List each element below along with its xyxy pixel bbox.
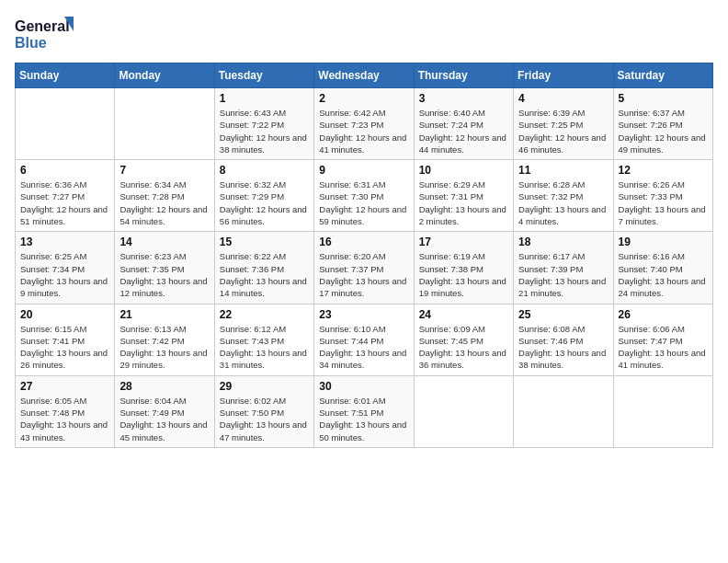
calendar-day-cell: 19Sunrise: 6:16 AM Sunset: 7:40 PM Dayli… [613, 232, 712, 304]
weekday-header: Thursday [414, 63, 513, 88]
calendar-day-cell: 20Sunrise: 6:15 AM Sunset: 7:41 PM Dayli… [16, 304, 115, 375]
day-info: Sunrise: 6:42 AM Sunset: 7:23 PM Dayligh… [319, 107, 408, 155]
day-number: 13 [20, 236, 109, 248]
calendar-day-cell: 25Sunrise: 6:08 AM Sunset: 7:46 PM Dayli… [514, 304, 613, 375]
day-number: 12 [619, 164, 708, 177]
day-number: 30 [319, 380, 408, 393]
day-number: 20 [20, 308, 109, 321]
calendar-day-cell: 12Sunrise: 6:26 AM Sunset: 7:33 PM Dayli… [613, 160, 712, 232]
day-info: Sunrise: 6:28 AM Sunset: 7:32 PM Dayligh… [518, 178, 608, 227]
day-number: 16 [319, 236, 408, 248]
calendar-week-row: 20Sunrise: 6:15 AM Sunset: 7:41 PM Dayli… [16, 304, 713, 375]
logo-icon: GeneralBlue [15, 15, 79, 52]
calendar-day-cell: 23Sunrise: 6:10 AM Sunset: 7:44 PM Dayli… [314, 304, 414, 375]
day-info: Sunrise: 6:39 AM Sunset: 7:25 PM Dayligh… [518, 107, 608, 155]
calendar-table: SundayMondayTuesdayWednesdayThursdayFrid… [15, 63, 713, 448]
day-info: Sunrise: 6:34 AM Sunset: 7:28 PM Dayligh… [119, 178, 209, 227]
day-info: Sunrise: 6:17 AM Sunset: 7:39 PM Dayligh… [518, 250, 608, 299]
day-info: Sunrise: 6:29 AM Sunset: 7:31 PM Dayligh… [419, 178, 508, 227]
day-info: Sunrise: 6:23 AM Sunset: 7:35 PM Dayligh… [119, 250, 209, 299]
day-info: Sunrise: 6:01 AM Sunset: 7:51 PM Dayligh… [319, 395, 408, 443]
calendar-week-row: 1Sunrise: 6:43 AM Sunset: 7:22 PM Daylig… [16, 88, 713, 160]
calendar-day-cell: 21Sunrise: 6:13 AM Sunset: 7:42 PM Dayli… [115, 304, 214, 375]
calendar-day-cell: 1Sunrise: 6:43 AM Sunset: 7:22 PM Daylig… [214, 88, 313, 160]
day-number: 5 [619, 92, 708, 105]
calendar-day-cell: 17Sunrise: 6:19 AM Sunset: 7:38 PM Dayli… [414, 232, 513, 304]
day-number: 9 [319, 164, 408, 177]
day-info: Sunrise: 6:26 AM Sunset: 7:33 PM Dayligh… [619, 178, 708, 227]
day-info: Sunrise: 6:36 AM Sunset: 7:27 PM Dayligh… [20, 178, 109, 227]
day-info: Sunrise: 6:43 AM Sunset: 7:22 PM Dayligh… [220, 107, 309, 155]
day-number: 14 [119, 236, 209, 248]
day-number: 11 [518, 164, 608, 177]
weekday-header: Friday [514, 63, 613, 88]
calendar-day-cell: 7Sunrise: 6:34 AM Sunset: 7:28 PM Daylig… [115, 160, 214, 232]
svg-text:General: General [15, 18, 70, 34]
day-info: Sunrise: 6:06 AM Sunset: 7:47 PM Dayligh… [619, 323, 708, 372]
day-info: Sunrise: 6:08 AM Sunset: 7:46 PM Dayligh… [518, 323, 608, 372]
day-number: 2 [319, 92, 408, 105]
weekday-header: Monday [115, 63, 214, 88]
calendar-day-cell: 28Sunrise: 6:04 AM Sunset: 7:49 PM Dayli… [115, 375, 214, 447]
day-number: 17 [419, 236, 508, 248]
day-info: Sunrise: 6:05 AM Sunset: 7:48 PM Dayligh… [20, 395, 109, 443]
calendar-day-cell: 16Sunrise: 6:20 AM Sunset: 7:37 PM Dayli… [314, 232, 414, 304]
day-info: Sunrise: 6:04 AM Sunset: 7:49 PM Dayligh… [119, 395, 209, 443]
calendar-day-cell: 29Sunrise: 6:02 AM Sunset: 7:50 PM Dayli… [214, 375, 313, 447]
calendar-day-cell: 4Sunrise: 6:39 AM Sunset: 7:25 PM Daylig… [514, 88, 613, 160]
calendar-day-cell [414, 375, 513, 447]
day-info: Sunrise: 6:02 AM Sunset: 7:50 PM Dayligh… [220, 395, 309, 443]
day-number: 22 [220, 308, 309, 321]
weekday-header: Saturday [613, 63, 712, 88]
day-number: 29 [220, 380, 309, 393]
day-number: 25 [518, 308, 608, 321]
page-header: GeneralBlue [15, 15, 713, 52]
calendar-header-row: SundayMondayTuesdayWednesdayThursdayFrid… [16, 63, 713, 88]
calendar-day-cell [16, 88, 115, 160]
calendar-day-cell: 30Sunrise: 6:01 AM Sunset: 7:51 PM Dayli… [314, 375, 414, 447]
day-number: 1 [220, 92, 309, 105]
calendar-week-row: 13Sunrise: 6:25 AM Sunset: 7:34 PM Dayli… [16, 232, 713, 304]
calendar-week-row: 6Sunrise: 6:36 AM Sunset: 7:27 PM Daylig… [16, 160, 713, 232]
calendar-day-cell: 14Sunrise: 6:23 AM Sunset: 7:35 PM Dayli… [115, 232, 214, 304]
calendar-day-cell [115, 88, 214, 160]
day-number: 26 [619, 308, 708, 321]
day-number: 23 [319, 308, 408, 321]
day-info: Sunrise: 6:13 AM Sunset: 7:42 PM Dayligh… [119, 323, 209, 372]
day-number: 15 [220, 236, 309, 248]
day-number: 10 [419, 164, 508, 177]
calendar-day-cell: 27Sunrise: 6:05 AM Sunset: 7:48 PM Dayli… [16, 375, 115, 447]
svg-text:Blue: Blue [15, 35, 47, 51]
calendar-day-cell [613, 375, 712, 447]
calendar-day-cell [514, 375, 613, 447]
weekday-header: Sunday [16, 63, 115, 88]
calendar-day-cell: 9Sunrise: 6:31 AM Sunset: 7:30 PM Daylig… [314, 160, 414, 232]
day-info: Sunrise: 6:09 AM Sunset: 7:45 PM Dayligh… [419, 323, 508, 372]
weekday-header: Tuesday [214, 63, 313, 88]
day-number: 27 [20, 380, 109, 393]
day-info: Sunrise: 6:32 AM Sunset: 7:29 PM Dayligh… [220, 178, 309, 227]
day-info: Sunrise: 6:19 AM Sunset: 7:38 PM Dayligh… [419, 250, 508, 299]
day-info: Sunrise: 6:16 AM Sunset: 7:40 PM Dayligh… [619, 250, 708, 299]
calendar-day-cell: 22Sunrise: 6:12 AM Sunset: 7:43 PM Dayli… [214, 304, 313, 375]
calendar-day-cell: 13Sunrise: 6:25 AM Sunset: 7:34 PM Dayli… [16, 232, 115, 304]
calendar-day-cell: 24Sunrise: 6:09 AM Sunset: 7:45 PM Dayli… [414, 304, 513, 375]
day-number: 6 [20, 164, 109, 177]
day-info: Sunrise: 6:10 AM Sunset: 7:44 PM Dayligh… [319, 323, 408, 372]
day-info: Sunrise: 6:15 AM Sunset: 7:41 PM Dayligh… [20, 323, 109, 372]
day-number: 24 [419, 308, 508, 321]
calendar-week-row: 27Sunrise: 6:05 AM Sunset: 7:48 PM Dayli… [16, 375, 713, 447]
calendar-day-cell: 18Sunrise: 6:17 AM Sunset: 7:39 PM Dayli… [514, 232, 613, 304]
calendar-day-cell: 3Sunrise: 6:40 AM Sunset: 7:24 PM Daylig… [414, 88, 513, 160]
calendar-day-cell: 8Sunrise: 6:32 AM Sunset: 7:29 PM Daylig… [214, 160, 313, 232]
day-number: 28 [119, 380, 209, 393]
day-number: 8 [220, 164, 309, 177]
day-info: Sunrise: 6:20 AM Sunset: 7:37 PM Dayligh… [319, 250, 408, 299]
calendar-day-cell: 5Sunrise: 6:37 AM Sunset: 7:26 PM Daylig… [613, 88, 712, 160]
day-number: 19 [619, 236, 708, 248]
day-info: Sunrise: 6:31 AM Sunset: 7:30 PM Dayligh… [319, 178, 408, 227]
day-info: Sunrise: 6:12 AM Sunset: 7:43 PM Dayligh… [220, 323, 309, 372]
calendar-day-cell: 10Sunrise: 6:29 AM Sunset: 7:31 PM Dayli… [414, 160, 513, 232]
day-number: 3 [419, 92, 508, 105]
weekday-header: Wednesday [314, 63, 414, 88]
